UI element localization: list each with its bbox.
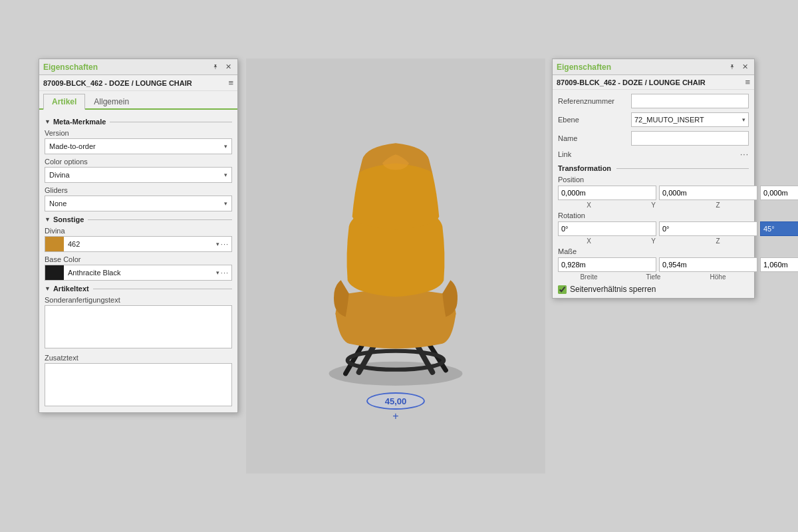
position-x-input[interactable] [558,186,656,200]
base-color-row-controls: ▾ ··· [216,269,231,277]
rotation-y-input[interactable] [659,221,757,236]
tab-artikel[interactable]: Artikel [43,94,85,110]
left-panel-tabs: Artikel Allgemein [39,91,237,110]
gliders-arrow: ▾ [224,200,227,207]
ebene-value: 72_MUUTO_INSERT [634,116,704,124]
right-panel-title: Eigenschaften [557,63,611,72]
breite-label: Breite [558,273,620,281]
canvas-area[interactable]: 45,00 + [246,59,545,473]
section-collapse-icon[interactable]: ▼ [45,118,51,125]
version-dropdown[interactable]: Made-to-order ▾ [45,138,232,154]
color-options-value: Divina [49,171,70,179]
gliders-dropdown[interactable]: None ▾ [45,196,232,211]
transformation-section: Transformation [558,164,749,172]
position-z-label: Z [687,201,749,209]
artikeltext-line [93,289,232,289]
section-artikeltext: ▼ Artikeltext [45,285,232,293]
left-panel-subtitle: 87009-BLCK_462 - DOZE / LOUNGE CHAIR ≡ [39,75,237,91]
section-line [110,122,232,122]
tiefe-label: Tiefe [622,273,684,281]
transformation-line [616,168,749,169]
rotation-value: 45,00 [385,396,407,406]
rotation-x-label: X [558,237,620,245]
right-close-icon[interactable]: ✕ [740,62,750,72]
link-dots[interactable]: ··· [740,150,749,159]
name-row: Name [558,131,749,146]
sonstige-line [88,219,232,220]
right-pin-icon[interactable]: 🖈 [727,63,737,71]
divina-dropdown-arrow[interactable]: ▾ [216,241,219,247]
right-panel-header-icons: 🖈 ✕ [727,62,750,72]
left-properties-panel: Eigenschaften 🖈 ✕ 87009-BLCK_462 - DOZE … [39,59,238,413]
base-color-swatch [45,265,64,280]
ebene-dropdown-arrow: ▾ [742,116,745,123]
divina-value: 462 [66,240,216,248]
rotation-z-input[interactable] [760,221,798,236]
section-meta-merkmale-label: Meta-Merkmale [53,118,106,126]
rotation-label: Rotation [558,211,749,219]
position-z-input[interactable] [760,186,798,200]
color-options-arrow: ▾ [224,172,227,178]
divina-color-row[interactable]: 462 ▾ ··· [45,236,232,252]
base-color-dots-button[interactable]: ··· [221,269,229,277]
chair-container: 45,00 + [289,106,502,426]
gliders-value: None [49,200,66,207]
hoehe-label: Höhe [687,273,749,281]
rotation-crosshair: + [392,410,398,422]
color-options-dropdown[interactable]: Divina ▾ [45,167,232,183]
zusatztext-label: Zusatztext [45,354,232,362]
sonstige-collapse-icon[interactable]: ▼ [45,216,51,223]
right-panel-content: Referenznummer Ebene 72_MUUTO_INSERT ▾ N… [553,90,754,298]
link-label: Link [558,150,631,158]
zusatztext-input[interactable] [45,363,232,406]
tab-allgemein[interactable]: Allgemein [85,94,138,110]
left-panel-header: Eigenschaften 🖈 ✕ [39,59,237,75]
referenznummer-input[interactable] [631,94,749,108]
left-panel-title: Eigenschaften [43,63,98,72]
base-color-row[interactable]: Anthracite Black ▾ ··· [45,265,232,281]
masse-inputs [558,257,749,272]
hamburger-menu-icon[interactable]: ≡ [228,78,233,88]
artikeltext-collapse-icon[interactable]: ▼ [45,285,51,292]
name-input[interactable] [631,131,749,146]
close-icon[interactable]: ✕ [223,62,233,72]
version-label: Version [45,129,232,137]
breite-input[interactable] [558,257,656,272]
right-properties-panel: Eigenschaften 🖈 ✕ 87009-BLCK_462 - DOZE … [552,59,755,299]
right-panel-item-name: 87009-BLCK_462 - DOZE / LOUNGE CHAIR [557,78,706,86]
ebene-label: Ebene [558,116,631,124]
ebene-row: Ebene 72_MUUTO_INSERT ▾ [558,112,749,127]
hoehe-input[interactable] [760,257,798,272]
gliders-label: Gliders [45,186,232,194]
position-y-input[interactable] [659,186,757,200]
section-meta-merkmale: ▼ Meta-Merkmale [45,118,232,126]
divina-dots-button[interactable]: ··· [221,240,229,248]
chair-svg [289,106,502,394]
left-panel-content: ▼ Meta-Merkmale Version Made-to-order ▾ … [39,110,237,412]
pin-icon[interactable]: 🖈 [210,63,221,71]
base-color-label: Base Color [45,255,232,263]
ebene-dropdown[interactable]: 72_MUUTO_INSERT ▾ [631,112,749,127]
left-panel-header-icons: 🖈 ✕ [210,62,233,72]
seitenverhaeltnis-label: Seitenverhältnis sperren [570,285,656,294]
tiefe-input[interactable] [659,257,757,272]
left-panel-item-name: 87009-BLCK_462 - DOZE / LOUNGE CHAIR [43,79,192,87]
position-y-label: Y [622,201,684,209]
rotation-indicator-container: 45,00 + [366,392,425,422]
right-hamburger-icon[interactable]: ≡ [745,77,750,87]
referenznummer-label: Referenznummer [558,97,631,105]
base-color-dropdown-arrow[interactable]: ▾ [216,269,219,276]
version-dropdown-arrow: ▾ [224,143,227,150]
position-coord-labels: X Y Z [558,201,749,209]
seitenverhaeltnis-checkbox[interactable] [558,285,567,294]
link-row: Link ··· [558,150,749,159]
sonderanfertigungstext-label: Sonderanfertigungstext [45,296,232,304]
divina-color-swatch [45,237,64,251]
section-artikeltext-label: Artikeltext [53,285,89,293]
masse-label: Maße [558,247,749,255]
position-label: Position [558,176,749,184]
rotation-x-input[interactable] [558,221,656,236]
base-color-value: Anthracite Black [66,269,216,277]
sonderanfertigungstext-input[interactable] [45,305,232,348]
rotation-value-display: 45,00 [366,392,425,410]
